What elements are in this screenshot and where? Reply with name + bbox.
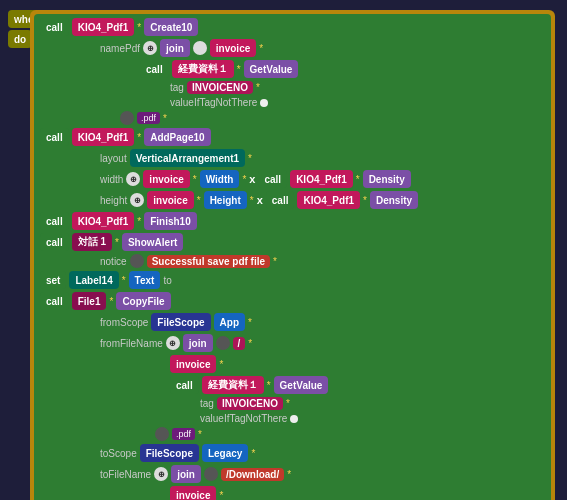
pdf-tag-2[interactable]: .pdf — [172, 428, 195, 440]
kio4-pdf1-h[interactable]: KIO4_Pdf1 — [297, 191, 360, 209]
kio4-pdf1-b[interactable]: KIO4_Pdf1 — [72, 128, 135, 146]
layout-label: layout — [100, 153, 127, 164]
showalert-source[interactable]: 対話 1 — [72, 233, 112, 251]
fromfilename-tag-row: tag INVOICENO * — [200, 397, 545, 410]
vertical-arrangement[interactable]: VerticalArrangement1 — [130, 149, 245, 167]
call-create-row: call KIO4_Pdf1 * Create10 — [40, 18, 545, 36]
gv2-source[interactable]: 経費資料１ — [202, 376, 264, 394]
height-row: height ⊕ invoice * Height * x call KIO4_… — [100, 191, 545, 209]
join-circle: ⊕ — [143, 41, 157, 55]
kio4-pdf1-a[interactable]: KIO4_Pdf1 — [72, 18, 135, 36]
density-h[interactable]: Density — [370, 191, 418, 209]
density-w[interactable]: Density — [363, 170, 411, 188]
do-block: do — [8, 30, 32, 48]
invoice-height-src[interactable]: invoice — [147, 191, 193, 209]
call-kio4-create[interactable]: call — [40, 18, 69, 36]
namepdf-label: namePdf — [100, 43, 140, 54]
fromfilename-invoice-row: invoice * — [170, 355, 545, 373]
tag-label: tag — [170, 82, 184, 93]
app-block[interactable]: App — [214, 313, 245, 331]
call-getvalue[interactable]: call — [140, 60, 169, 78]
join-block[interactable]: join — [160, 39, 190, 57]
tofilename-label: toFileName — [100, 469, 151, 480]
namepdf-row: namePdf ⊕ join invoice * — [100, 39, 545, 57]
call-gv2[interactable]: call — [170, 376, 199, 394]
getvalue-row: call 経費資料１ * GetValue — [140, 60, 545, 78]
create10[interactable]: Create10 — [144, 18, 198, 36]
tag2-label: tag — [200, 398, 214, 409]
pdf-row: .pdf * — [120, 111, 545, 125]
do-inner: call KIO4_Pdf1 * Create10 namePdf ⊕ join… — [34, 14, 551, 500]
width-row: width ⊕ invoice * Width * x call KIO4_Pd… — [100, 170, 545, 188]
call-copyfile[interactable]: call — [40, 292, 69, 310]
toscope-label: toScope — [100, 448, 137, 459]
pdf-conn — [120, 111, 134, 125]
filescope-legacy-block[interactable]: FileScope — [140, 444, 199, 462]
join3-conn — [204, 467, 218, 481]
toscope-row: toScope FileScope Legacy * — [100, 444, 545, 462]
slash-block[interactable]: / — [233, 337, 246, 350]
layout-row: layout VerticalArrangement1 * — [100, 149, 545, 167]
call-density-h[interactable]: call — [266, 191, 295, 209]
fromscope-label: fromScope — [100, 317, 148, 328]
valueiftag-row: valueIfTagNotThere — [170, 97, 545, 108]
filescope-app-block[interactable]: FileScope — [151, 313, 210, 331]
invoice-a[interactable]: invoice — [210, 39, 256, 57]
join2-conn — [216, 336, 230, 350]
to-label: to — [163, 275, 171, 286]
tag-row: tag INVOICENO * — [170, 81, 545, 94]
kio4-pdf1-w[interactable]: KIO4_Pdf1 — [290, 170, 353, 188]
width-circle: ⊕ — [126, 172, 140, 186]
kio4-pdf1-fin[interactable]: KIO4_Pdf1 — [72, 212, 135, 230]
call-addpage[interactable]: call — [40, 128, 69, 146]
invoice-width-src[interactable]: invoice — [143, 170, 189, 188]
call-addpage-row: call KIO4_Pdf1 * AddPage10 — [40, 128, 545, 146]
call-copyfile-row: call File1 * CopyFile — [40, 292, 545, 310]
file1[interactable]: File1 — [72, 292, 107, 310]
invoice-tfn[interactable]: invoice — [170, 486, 216, 500]
join3-block[interactable]: join — [171, 465, 201, 483]
getvalue-source[interactable]: 経費資料１ — [172, 60, 234, 78]
notice-conn — [130, 254, 144, 268]
width-prop[interactable]: Width — [200, 170, 240, 188]
success-msg: Successful save pdf file — [147, 255, 270, 268]
dot-a — [260, 99, 268, 107]
gv2[interactable]: GetValue — [274, 376, 329, 394]
join2-circle: ⊕ — [166, 336, 180, 350]
showalert[interactable]: ShowAlert — [122, 233, 183, 251]
invoice-ffn[interactable]: invoice — [170, 355, 216, 373]
height-circle: ⊕ — [130, 193, 144, 207]
tofilename-invoice-row: invoice * — [170, 486, 545, 500]
call-density-w[interactable]: call — [258, 170, 287, 188]
finish10[interactable]: Finish10 — [144, 212, 197, 230]
invoiceno-a[interactable]: INVOICENO — [187, 81, 253, 94]
label14[interactable]: Label14 — [69, 271, 118, 289]
join2-block[interactable]: join — [183, 334, 213, 352]
copyfile[interactable]: CopyFile — [116, 292, 170, 310]
pdf-tag-a[interactable]: .pdf — [137, 112, 160, 124]
fromfilename-pdf-row: .pdf * — [155, 427, 545, 441]
invoiceno2[interactable]: INVOICENO — [217, 397, 283, 410]
fromfilename-label: fromFileName — [100, 338, 163, 349]
conn1 — [193, 41, 207, 55]
valueiftag-label: valueIfTagNotThere — [170, 97, 257, 108]
download-block[interactable]: /Download/ — [221, 468, 284, 481]
text-prop[interactable]: Text — [129, 271, 161, 289]
getvalue[interactable]: GetValue — [244, 60, 299, 78]
legacy-block[interactable]: Legacy — [202, 444, 248, 462]
tofilename-row: toFileName ⊕ join /Download/ * — [100, 465, 545, 483]
call-finish[interactable]: call — [40, 212, 69, 230]
dot2 — [290, 415, 298, 423]
call-showalert[interactable]: call — [40, 233, 69, 251]
height-prop[interactable]: Height — [204, 191, 247, 209]
height-label: height — [100, 195, 127, 206]
call-showalert-row: call 対話 1 * ShowAlert — [40, 233, 545, 251]
main-container: call KIO4_Pdf1 * Create10 namePdf ⊕ join… — [30, 10, 555, 500]
fromscope-row: fromScope FileScope App * — [100, 313, 545, 331]
set-row: set Label14 * Text to — [40, 271, 545, 289]
notice-label: notice — [100, 256, 127, 267]
set-block[interactable]: set — [40, 271, 66, 289]
addpage10[interactable]: AddPage10 — [144, 128, 210, 146]
pdf2-conn — [155, 427, 169, 441]
width-label: width — [100, 174, 123, 185]
